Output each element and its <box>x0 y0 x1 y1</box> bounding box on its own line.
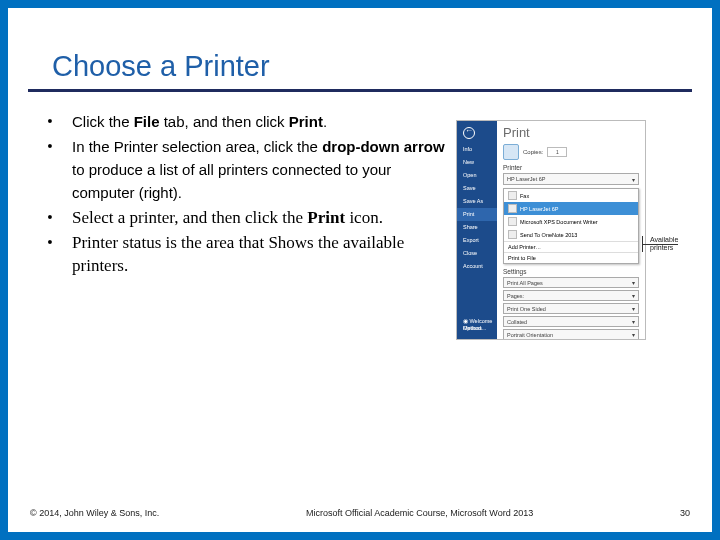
word-backstage: InfoNewOpenSaveSave AsPrintShareExportCl… <box>456 120 646 340</box>
sidebar-item: Save <box>457 182 497 195</box>
bullet-list: •Click the File tab, and then click Prin… <box>28 110 446 340</box>
printer-dropdown: HP LaserJet 6P ▾ <box>503 173 639 185</box>
printer-icon <box>508 217 517 226</box>
printer-icon <box>508 204 517 213</box>
bullet-item: •Select a printer, and then click the Pr… <box>28 206 446 229</box>
settings-value: Pages: <box>507 293 524 299</box>
chevron-down-icon: ▾ <box>632 279 635 286</box>
printer-option: Send To OneNote 2013 <box>504 228 638 241</box>
bullet-dot: • <box>28 206 72 228</box>
bullet-text: Select a printer, and then click the Pri… <box>72 206 446 229</box>
printer-option-name: HP LaserJet 6P <box>520 206 558 212</box>
sidebar-item: Close <box>457 247 497 260</box>
back-icon <box>463 127 475 139</box>
settings-row: Pages:▾ <box>503 290 639 301</box>
printer-option: HP LaserJet 6P <box>504 202 638 215</box>
slide-page: Choose a Printer •Click the File tab, an… <box>8 8 712 532</box>
bullet-item: •Printer status is the area that Shows t… <box>28 231 446 277</box>
current-printer-name: HP LaserJet 6P <box>507 176 545 182</box>
print-heading: Print <box>503 125 639 140</box>
sidebar-item: Print <box>457 208 497 221</box>
backstage-main: Print Copies: 1 Printer HP LaserJet 6P ▾ <box>497 121 645 339</box>
settings-row: Portrait Orientation▾ <box>503 329 639 340</box>
settings-group: Settings Print All Pages▾Pages:▾Print On… <box>503 268 639 340</box>
settings-row: Collated▾ <box>503 316 639 327</box>
settings-row: Print One Sided▾ <box>503 303 639 314</box>
printer-icon <box>508 191 517 200</box>
slide-title: Choose a Printer <box>28 46 692 92</box>
sidebar-item: Share <box>457 221 497 234</box>
sidebar-item: Account <box>457 260 497 273</box>
slide-content: •Click the File tab, and then click Prin… <box>8 92 712 340</box>
printer-option: Fax <box>504 189 638 202</box>
printer-option-extra: Print to File <box>504 252 638 263</box>
print-icon <box>503 144 519 160</box>
bullet-dot: • <box>28 110 72 132</box>
screenshot-illustration: InfoNewOpenSaveSave AsPrintShareExportCl… <box>456 120 692 340</box>
bullet-item: •In the Printer selection area, click th… <box>28 135 446 204</box>
backstage-sidebar: InfoNewOpenSaveSave AsPrintShareExportCl… <box>457 121 497 339</box>
settings-value: Print All Pages <box>507 280 543 286</box>
copies-stepper: 1 <box>547 147 567 157</box>
sidebar-bottom: ◉ Welcome Method… <box>457 315 497 335</box>
chevron-down-icon: ▾ <box>632 318 635 325</box>
chevron-down-icon: ▾ <box>632 305 635 312</box>
sidebar-item: Save As <box>457 195 497 208</box>
print-action-row: Copies: 1 <box>503 144 639 160</box>
settings-value: Collated <box>507 319 527 325</box>
sidebar-item: Info <box>457 143 497 156</box>
footer-page-number: 30 <box>680 508 690 518</box>
bullet-text: Click the File tab, and then click Print… <box>72 110 446 133</box>
footer-copyright: © 2014, John Wiley & Sons, Inc. <box>30 508 159 518</box>
settings-value: Print One Sided <box>507 306 546 312</box>
printer-option: Microsoft XPS Document Writer <box>504 215 638 228</box>
bullet-dot: • <box>28 231 72 253</box>
bullet-item: •Click the File tab, and then click Prin… <box>28 110 446 133</box>
settings-value: Portrait Orientation <box>507 332 553 338</box>
chevron-down-icon: ▾ <box>632 292 635 299</box>
printer-option-name: Microsoft XPS Document Writer <box>520 219 598 225</box>
printer-option-name: Send To OneNote 2013 <box>520 232 577 238</box>
bullet-text: In the Printer selection area, click the… <box>72 135 446 204</box>
footer-course: Microsoft Official Academic Course, Micr… <box>159 508 680 518</box>
settings-label: Settings <box>503 268 639 275</box>
chevron-down-icon: ▾ <box>632 331 635 338</box>
printer-icon <box>508 230 517 239</box>
slide-frame: Choose a Printer •Click the File tab, an… <box>0 0 720 540</box>
callout-label: Available printers <box>650 236 695 252</box>
printer-options-list: FaxHP LaserJet 6PMicrosoft XPS Document … <box>503 188 639 264</box>
settings-row: Print All Pages▾ <box>503 277 639 288</box>
printer-option-name: Fax <box>520 193 529 199</box>
sidebar-item: Open <box>457 169 497 182</box>
printer-section-label: Printer <box>503 164 639 171</box>
sidebar-item: Export <box>457 234 497 247</box>
slide-footer: © 2014, John Wiley & Sons, Inc. Microsof… <box>8 508 712 518</box>
bullet-text: Printer status is the area that Shows th… <box>72 231 446 277</box>
sidebar-item: New <box>457 156 497 169</box>
chevron-down-icon: ▾ <box>632 176 635 183</box>
copies-label: Copies: <box>523 149 543 155</box>
bullet-dot: • <box>28 135 72 157</box>
printer-option-extra: Add Printer… <box>504 241 638 252</box>
